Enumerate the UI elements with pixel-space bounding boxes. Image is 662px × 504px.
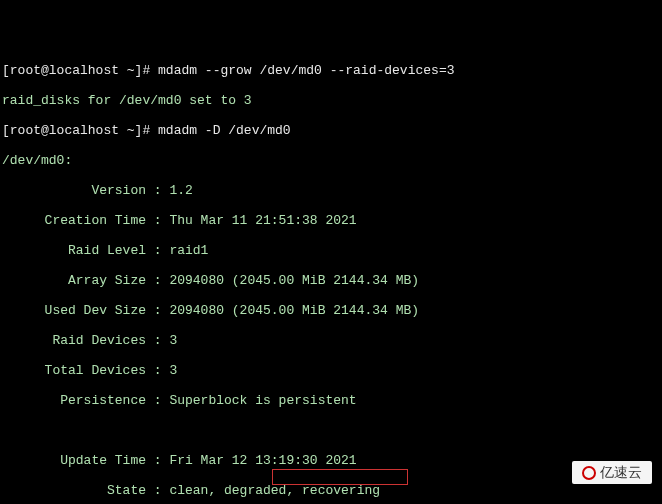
command: mdadm --grow /dev/md0 --raid-devices=3 [158,63,454,78]
prompt: [root@localhost ~]# [2,123,158,138]
field-creation-time: Creation Time : Thu Mar 11 21:51:38 2021 [2,213,660,228]
output-line: raid_disks for /dev/md0 set to 3 [2,93,660,108]
field-total-devices: Total Devices : 3 [2,363,660,378]
watermark-text: 亿速云 [600,465,642,480]
field-update-time: Update Time : Fri Mar 12 13:19:30 2021 [2,453,660,468]
cmd-line-1: [root@localhost ~]# mdadm --grow /dev/md… [2,63,660,78]
field-array-size: Array Size : 2094080 (2045.00 MiB 2144.3… [2,273,660,288]
cmd-line-2: [root@localhost ~]# mdadm -D /dev/md0 [2,123,660,138]
logo-icon [582,466,596,480]
blank-line [2,423,660,438]
field-raid-devices: Raid Devices : 3 [2,333,660,348]
field-raid-level: Raid Level : raid1 [2,243,660,258]
field-version: Version : 1.2 [2,183,660,198]
watermark: 亿速云 [572,461,652,484]
field-state: State : clean, degraded, recovering [2,483,660,498]
device-header: /dev/md0: [2,153,660,168]
command: mdadm -D /dev/md0 [158,123,291,138]
prompt: [root@localhost ~]# [2,63,158,78]
field-used-dev-size: Used Dev Size : 2094080 (2045.00 MiB 214… [2,303,660,318]
field-persistence: Persistence : Superblock is persistent [2,393,660,408]
